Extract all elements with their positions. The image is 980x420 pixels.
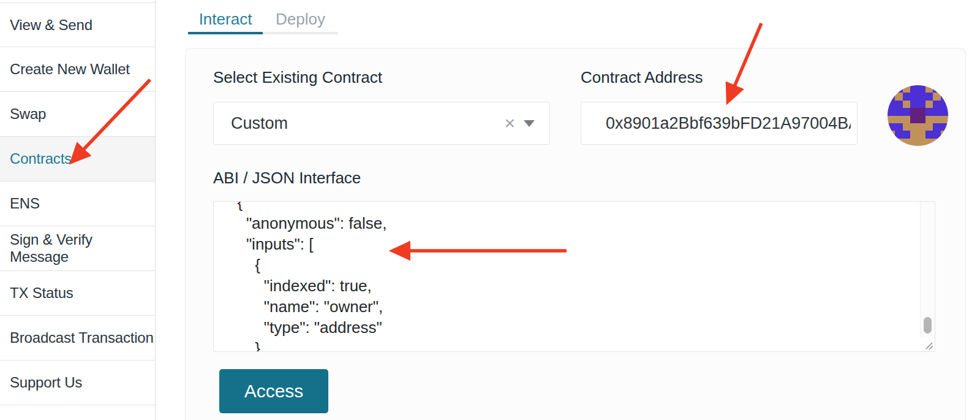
- sidebar-item-broadcast-transaction[interactable]: Broadcast Transaction: [0, 316, 155, 361]
- sidebar-item-sign-verify-message[interactable]: Sign & Verify Message: [0, 226, 155, 271]
- contract-address-input[interactable]: [581, 102, 858, 145]
- abi-json-content: [ { "anonymous": false, "inputs": [ { "i…: [214, 202, 920, 351]
- sidebar-item-view-send[interactable]: View & Send: [0, 2, 155, 47]
- contract-address-label: Contract Address: [581, 68, 703, 87]
- sidebar: View & SendCreate New WalletSwapContract…: [0, 0, 156, 420]
- sidebar-item-contracts[interactable]: Contracts: [0, 137, 155, 181]
- abi-scrollbar-track[interactable]: [920, 202, 935, 338]
- selected-contract-value: Custom: [214, 114, 496, 133]
- abi-json-interface-label: ABI / JSON Interface: [213, 169, 361, 188]
- chevron-down-icon[interactable]: [524, 120, 535, 127]
- abi-textarea[interactable]: [ { "anonymous": false, "inputs": [ { "i…: [213, 201, 935, 352]
- sidebar-item-create-new-wallet[interactable]: Create New Wallet: [0, 47, 155, 92]
- address-identicon-avatar: [888, 85, 948, 146]
- clear-selection-icon[interactable]: ×: [496, 114, 524, 132]
- sidebar-item-tx-status[interactable]: TX Status: [0, 271, 155, 316]
- existing-contract-select[interactable]: Custom ×: [213, 102, 550, 145]
- abi-scrollbar-thumb[interactable]: [924, 317, 932, 334]
- sidebar-item-ens[interactable]: ENS: [0, 181, 155, 226]
- abi-text-viewport: [ { "anonymous": false, "inputs": [ { "i…: [214, 202, 920, 351]
- access-button[interactable]: Access: [219, 369, 328, 413]
- tab-bar: Interact Deploy: [188, 6, 338, 34]
- sidebar-item-support-us[interactable]: Support Us: [0, 361, 155, 405]
- sidebar-menu: View & SendCreate New WalletSwapContract…: [0, 2, 155, 405]
- select-existing-contract-label: Select Existing Contract: [213, 68, 382, 87]
- interact-card: Select Existing Contract Custom × Contra…: [185, 48, 966, 420]
- contracts-page: View & SendCreate New WalletSwapContract…: [0, 0, 980, 420]
- tab-deploy[interactable]: Deploy: [263, 6, 338, 34]
- sidebar-item-swap[interactable]: Swap: [0, 92, 155, 137]
- textarea-resize-handle[interactable]: [921, 338, 934, 351]
- tab-interact[interactable]: Interact: [188, 6, 263, 34]
